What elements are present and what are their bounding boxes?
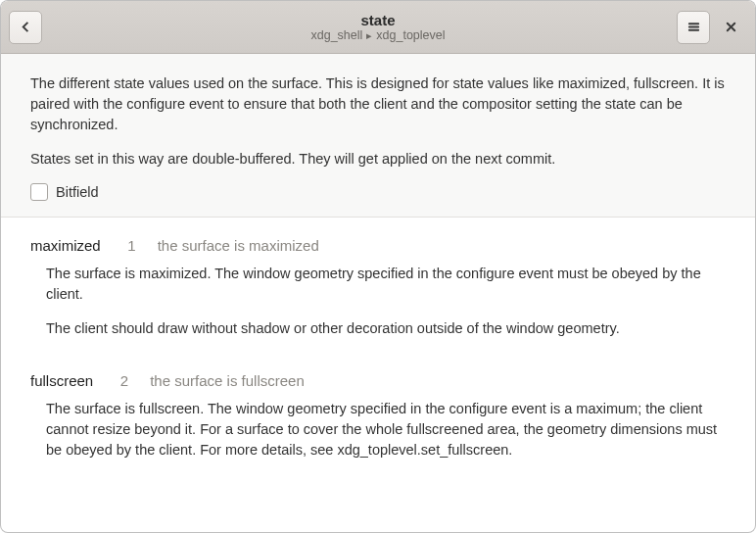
entry-value: 1 xyxy=(122,237,136,254)
enum-entry: maximized 1 the surface is maximized The… xyxy=(30,237,726,339)
page-title: state xyxy=(360,12,395,28)
headerbar: state xdg_shell ▸ xdg_toplevel xyxy=(1,1,755,54)
enum-entry: fullscreen 2 the surface is fullscreen T… xyxy=(30,372,726,460)
entry-description: The surface is fullscreen. The window ge… xyxy=(46,399,726,460)
chevron-left-icon xyxy=(19,20,33,34)
entry-summary: the surface is fullscreen xyxy=(150,372,305,389)
entry-value: 2 xyxy=(115,372,128,389)
back-button[interactable] xyxy=(9,11,42,44)
intro-section: The different state values used on the s… xyxy=(1,54,755,218)
entry-description: The surface is maximized. The window geo… xyxy=(46,264,726,305)
entry-name: fullscreen xyxy=(30,372,93,389)
intro-paragraph: The different state values used on the s… xyxy=(30,73,726,135)
close-icon xyxy=(724,20,738,34)
hamburger-icon xyxy=(686,20,701,34)
breadcrumb-part: xdg_shell xyxy=(310,28,362,42)
menu-button[interactable] xyxy=(677,11,710,44)
breadcrumb: xdg_shell ▸ xdg_toplevel xyxy=(310,28,445,42)
entry-name: maximized xyxy=(30,237,101,254)
chevron-right-icon: ▸ xyxy=(366,29,372,42)
entry-summary: the surface is maximized xyxy=(158,237,319,254)
entry-description: The client should draw without shadow or… xyxy=(46,318,726,339)
close-button[interactable] xyxy=(714,11,747,44)
breadcrumb-part: xdg_toplevel xyxy=(376,28,445,42)
bitfield-checkbox[interactable] xyxy=(30,183,48,201)
enum-entries: maximized 1 the surface is maximized The… xyxy=(1,218,755,523)
bitfield-label: Bitfield xyxy=(56,184,99,200)
intro-paragraph: States set in this way are double-buffer… xyxy=(30,149,726,170)
